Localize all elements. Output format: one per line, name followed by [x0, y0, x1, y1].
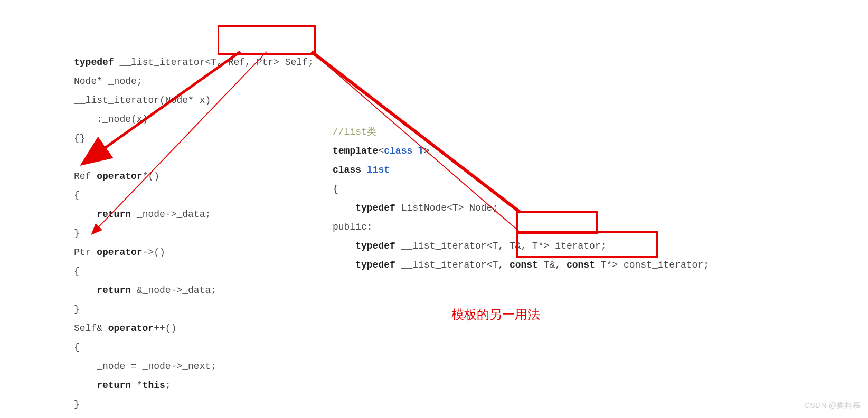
code-text: ++() [154, 323, 176, 334]
code-text: Node* _node; [74, 76, 143, 87]
code-text: { [74, 342, 80, 353]
template-args-const-pre: <T, [487, 260, 510, 270]
watermark-text: CSDN @樊梓慕 [804, 401, 861, 411]
kw-return: return [97, 285, 131, 296]
template-args: <T, Ref, Ptr> [205, 57, 279, 68]
code-text: * [131, 380, 143, 391]
kw-const: const [510, 260, 538, 270]
kw-operator: operator [108, 323, 154, 334]
code-text: _node = _node->_next; [74, 361, 216, 372]
kw-typedef: typedef [355, 203, 395, 213]
code-text [74, 209, 97, 220]
code-text [333, 203, 355, 213]
kw-class-t: class T [384, 146, 424, 156]
code-text: } [74, 399, 80, 410]
code-text: Ptr [74, 247, 97, 258]
kw-operator: operator [97, 247, 142, 258]
code-text: { [74, 266, 80, 277]
code-text: { [333, 184, 338, 194]
annotation-text: 模板的另一用法 [451, 306, 540, 323]
code-text: ->() [143, 247, 165, 258]
code-text [74, 285, 97, 296]
type-list: list [367, 165, 390, 175]
code-text: } [74, 228, 80, 239]
left-code-block: typedef __list_iterator<T, Ref, Ptr> Sel… [74, 34, 314, 414]
code-text: > [424, 146, 430, 156]
code-text: T&, [538, 260, 567, 270]
code-text: T*> [595, 260, 618, 270]
code-text: } [74, 304, 80, 315]
kw-return: return [97, 380, 131, 391]
code-text: public: [333, 222, 373, 232]
code-text: Self& [74, 323, 108, 334]
kw-typedef: typedef [355, 260, 395, 270]
code-text: __list_iterator [395, 241, 487, 251]
code-text: __list_iterator [114, 57, 205, 68]
code-text: :_node(x) [74, 114, 148, 125]
code-text: Self; [279, 57, 314, 68]
highlight-box-template-params [218, 25, 316, 55]
code-text [333, 241, 355, 251]
kw-typedef: typedef [74, 57, 114, 68]
highlight-box-const-iterator-args [516, 231, 658, 258]
code-text: { [74, 190, 80, 201]
kw-template: template [333, 146, 378, 156]
code-text: < [378, 146, 384, 156]
kw-return: return [97, 209, 131, 220]
kw-class: class [333, 165, 367, 175]
kw-const: const [567, 260, 595, 270]
kw-operator: operator [97, 171, 142, 182]
code-text: &_node->_data; [131, 285, 216, 296]
code-text: __list_iterator [395, 260, 487, 270]
code-text: __list_iterator(Node* x) [74, 95, 211, 106]
code-text [333, 260, 355, 270]
code-text: Ref [74, 171, 97, 182]
kw-typedef: typedef [355, 241, 395, 251]
code-comment: //list类 [333, 127, 376, 137]
code-text [74, 380, 97, 391]
code-text: ListNode<T> Node; [395, 203, 498, 213]
code-text: ; [165, 380, 171, 391]
code-text: {} [74, 133, 86, 144]
code-text: *() [143, 171, 159, 182]
code-text: _node->_data; [131, 209, 211, 220]
code-text: const_iterator; [618, 260, 709, 270]
kw-this: this [143, 380, 165, 391]
